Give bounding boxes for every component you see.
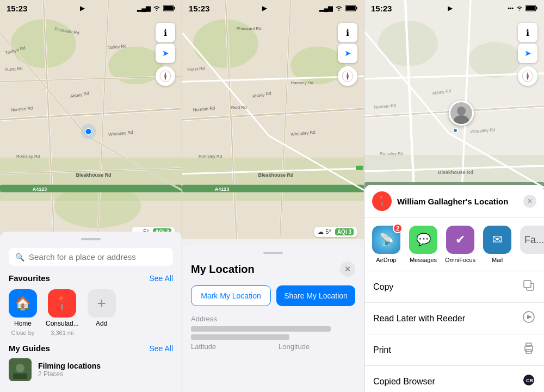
compass-icon-1 xyxy=(159,70,171,82)
person-info: William Gallagher's Location xyxy=(397,197,508,206)
omnifocus-icon: ✔ xyxy=(446,226,474,254)
svg-rect-54 xyxy=(182,185,364,192)
copy-action[interactable]: Copy xyxy=(364,271,544,303)
svg-text:Romsley Rd: Romsley Rd xyxy=(380,151,404,156)
mark-location-button[interactable]: Mark My Location xyxy=(191,285,271,306)
svg-text:Romsley Rd: Romsley Rd xyxy=(16,154,40,159)
share-close-button[interactable]: ✕ xyxy=(523,195,536,208)
print-label: Print xyxy=(373,345,391,355)
guide-item-filming[interactable]: Filming locations 2 Places xyxy=(9,358,173,381)
share-app-more[interactable]: Fa... xyxy=(519,226,544,263)
mail-label: Mail xyxy=(492,257,503,263)
guides-title: My Guides xyxy=(9,344,50,353)
svg-rect-75 xyxy=(346,6,355,10)
favourites-section-header: Favourites See All xyxy=(9,273,173,283)
read-later-label: Read Later with Reeder xyxy=(373,314,465,323)
info-button-2[interactable]: ℹ xyxy=(338,23,357,42)
temp-2: 5° xyxy=(325,228,331,235)
longitude-col: Longitude xyxy=(279,343,355,354)
compass-button-3[interactable] xyxy=(518,66,537,86)
compass-button-2[interactable] xyxy=(338,66,357,86)
weather-badge-2: ☁ 5° AQI 3 xyxy=(314,227,357,237)
person-name: William Gallagher's Location xyxy=(397,197,508,206)
svg-text:CB: CB xyxy=(526,378,533,383)
share-sheet: 📍 William Gallagher's Location ✕ 📡 2 Air… xyxy=(364,185,544,392)
add-icon: + xyxy=(88,289,116,318)
compass-icon-2 xyxy=(342,70,354,82)
share-app-airdrop[interactable]: 📡 2 AirDrop xyxy=(371,226,401,263)
add-label: Add xyxy=(96,320,107,327)
location-action-buttons: Mark My Location Share My Location xyxy=(191,285,355,306)
svg-text:Reid Rd: Reid Rd xyxy=(231,105,247,110)
compass-button-1[interactable] xyxy=(156,66,175,86)
user-location-dot-3 xyxy=(453,128,458,133)
svg-point-41 xyxy=(16,364,24,372)
favourite-add[interactable]: + Add xyxy=(88,289,116,336)
latitude-col: Latitude xyxy=(191,343,268,354)
my-location-close-button[interactable]: ✕ xyxy=(340,262,355,277)
status-icons-3: ••• xyxy=(508,5,537,11)
navigation-button-1[interactable]: ➤ xyxy=(156,43,175,63)
svg-point-1 xyxy=(11,20,76,69)
my-location-header: My Location ✕ xyxy=(191,262,355,277)
svg-text:Ramsey Rd: Ramsey Rd xyxy=(290,80,313,85)
address-value-blurred xyxy=(191,326,331,332)
read-later-icon xyxy=(522,310,535,326)
location-icon-1: ▶ xyxy=(80,5,84,12)
time-2: 15:23 xyxy=(189,4,209,13)
info-button-1[interactable]: ℹ xyxy=(156,23,175,42)
svg-text:Hurst Rd: Hurst Rd xyxy=(5,66,23,72)
panel-1: A4123 Norman Rd Abbey Rd Romsley Rd Whea… xyxy=(0,0,182,392)
copy-label: Copy xyxy=(373,282,393,292)
favourites-see-all[interactable]: See All xyxy=(149,274,173,283)
guides-see-all[interactable]: See All xyxy=(149,344,173,353)
consulate-label: Consulad... xyxy=(46,320,79,327)
copy-icon xyxy=(522,279,535,295)
read-later-action[interactable]: Read Later with Reeder xyxy=(364,303,544,334)
wifi-icon-3 xyxy=(516,5,523,11)
airdrop-label: AirDrop xyxy=(376,257,396,263)
signal-3: ••• xyxy=(508,5,514,11)
status-icons-2: ▂▄▆ xyxy=(319,5,357,12)
favourite-home[interactable]: 🏠 Home Close by xyxy=(9,289,37,336)
share-app-mail[interactable]: ✉ Mail xyxy=(482,226,512,263)
svg-rect-40 xyxy=(13,374,27,379)
svg-text:A4123: A4123 xyxy=(215,186,229,192)
airdrop-icon: 📡 2 xyxy=(372,226,400,254)
share-location-button[interactable]: Share My Location xyxy=(276,285,355,306)
search-input[interactable] xyxy=(29,252,166,262)
navigation-icon-1: ➤ xyxy=(162,48,169,58)
info-icon-1: ℹ xyxy=(164,28,167,38)
status-icons-1: ▂▄▆ xyxy=(137,5,175,12)
map-background-2: A4123 Norman Rd Abbey Rd Romsley Rd Whea… xyxy=(182,0,364,239)
svg-text:Bleakhouse Rd: Bleakhouse Rd xyxy=(76,172,112,178)
svg-rect-70 xyxy=(356,166,363,170)
time-1: 15:23 xyxy=(7,4,27,13)
longitude-label: Longitude xyxy=(279,343,355,351)
search-bar[interactable]: 🔍 xyxy=(9,248,173,266)
wifi-icon-2 xyxy=(335,5,343,11)
copied-browser-action[interactable]: Copied Browser CB xyxy=(364,366,544,392)
latitude-label: Latitude xyxy=(191,343,268,351)
copied-browser-icon: CB xyxy=(522,374,535,389)
svg-rect-45 xyxy=(182,158,364,201)
guides-section-header: My Guides See All xyxy=(9,344,173,353)
share-app-messages[interactable]: 💬 Messages xyxy=(408,226,438,263)
share-app-omnifocus[interactable]: ✔ OmniFocus xyxy=(445,226,475,263)
map-controls-3: ℹ ➤ xyxy=(518,23,537,86)
navigation-button-2[interactable]: ➤ xyxy=(338,43,357,63)
sheet-handle-1 xyxy=(81,238,101,240)
print-action[interactable]: Print xyxy=(364,334,544,366)
navigation-button-3[interactable]: ➤ xyxy=(518,43,537,63)
info-button-3[interactable]: ℹ xyxy=(518,23,537,42)
svg-rect-38 xyxy=(174,7,175,10)
favourite-consulate[interactable]: 📍 Consulad... 3,361 mi xyxy=(46,289,79,336)
svg-text:Hurst Rd: Hurst Rd xyxy=(188,66,205,72)
omnifocus-label: OmniFocus xyxy=(445,257,475,263)
svg-text:Pheasant Rd: Pheasant Rd xyxy=(237,26,262,31)
map-background-1: A4123 Norman Rd Abbey Rd Romsley Rd Whea… xyxy=(0,0,182,239)
messages-label: Messages xyxy=(410,257,437,263)
bottom-sheet-1: 🔍 Favourites See All 🏠 Home Close by 📍 C… xyxy=(0,232,182,392)
location-icon-3: ▶ xyxy=(448,5,452,12)
address-value-blurred-2 xyxy=(191,334,289,340)
